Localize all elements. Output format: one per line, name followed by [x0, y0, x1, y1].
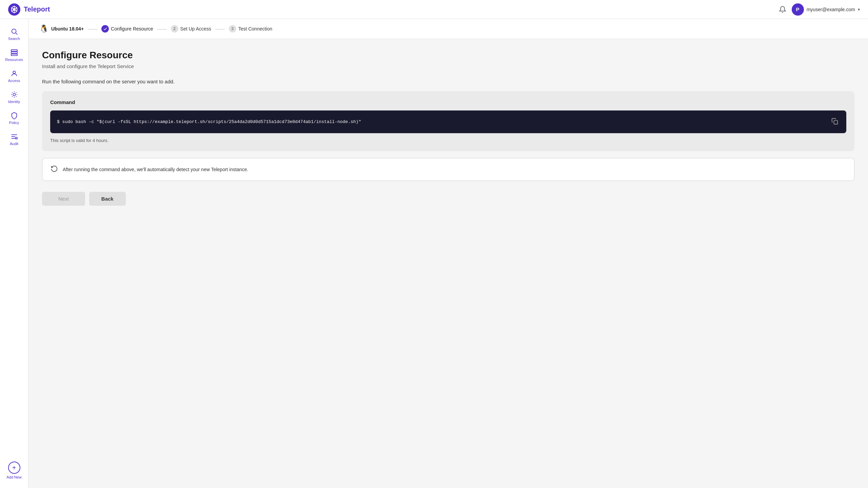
page-title: Configure Resource — [42, 50, 854, 61]
sidebar-item-audit[interactable]: Audit — [2, 129, 26, 149]
sidebar-item-resources-label: Resources — [5, 58, 23, 62]
step-2: 2 Set Up Access — [171, 25, 211, 33]
info-text: After running the command above, we'll a… — [63, 167, 248, 172]
sidebar-item-search[interactable]: Search — [2, 24, 26, 44]
add-new-button[interactable]: + Add New — [2, 458, 26, 483]
separator-1: —— — [88, 26, 97, 32]
svg-rect-4 — [11, 50, 17, 52]
os-name: Ubuntu 18.04+ — [51, 26, 84, 32]
search-icon — [11, 28, 18, 35]
info-notice: After running the command above, we'll a… — [42, 158, 854, 181]
svg-rect-6 — [11, 54, 17, 56]
svg-point-2 — [12, 29, 16, 34]
layout: Search Resources Access Identity Policy — [0, 19, 868, 488]
logo-text: Teleport — [24, 5, 50, 13]
separator-2: —— — [157, 26, 167, 32]
os-icon: 🐧 — [39, 24, 48, 33]
copy-icon — [831, 118, 838, 125]
back-button[interactable]: Back — [89, 192, 126, 206]
sidebar-item-identity[interactable]: Identity — [2, 87, 26, 107]
step-1: Configure Resource — [101, 25, 153, 33]
sidebar-item-policy[interactable]: Policy — [2, 108, 26, 128]
sidebar-item-audit-label: Audit — [10, 142, 18, 146]
step-2-circle: 2 — [171, 25, 178, 33]
sidebar-item-access-label: Access — [8, 79, 20, 83]
svg-point-1 — [13, 8, 16, 11]
svg-point-7 — [13, 71, 15, 74]
command-box-title: Command — [50, 99, 846, 105]
svg-point-12 — [15, 137, 17, 139]
step-3-label: Test Connection — [238, 26, 272, 32]
header-right: P myuser@example.com ▾ — [779, 3, 860, 16]
copy-button[interactable] — [830, 117, 840, 127]
command-box: Command $ sudo bash -c "$(curl -fsSL htt… — [42, 91, 854, 151]
step-1-circle — [101, 25, 109, 33]
command-code-block: $ sudo bash -c "$(curl -fsSL https://exa… — [50, 110, 846, 133]
svg-line-3 — [16, 33, 17, 35]
step-1-label: Configure Resource — [111, 26, 153, 32]
refresh-icon — [51, 165, 58, 172]
identity-icon — [11, 91, 18, 98]
breadcrumb-os: 🐧 Ubuntu 18.04+ — [39, 24, 84, 33]
instruction-text: Run the following command on the server … — [42, 79, 854, 84]
next-button[interactable]: Next — [42, 192, 85, 206]
sidebar-item-access[interactable]: Access — [2, 66, 26, 86]
sidebar-item-identity-label: Identity — [8, 100, 20, 104]
logo-icon — [8, 3, 20, 16]
header: Teleport P myuser@example.com ▾ — [0, 0, 868, 19]
chevron-down-icon: ▾ — [858, 7, 860, 12]
user-info[interactable]: P myuser@example.com ▾ — [792, 3, 860, 16]
page-subtitle: Install and configure the Teleport Servi… — [42, 63, 854, 69]
policy-icon — [11, 112, 18, 119]
script-validity-text: This script is valid for 4 hours. — [50, 138, 846, 143]
step-3-circle: 3 — [229, 25, 236, 33]
step-3: 3 Test Connection — [229, 25, 272, 33]
sidebar-item-policy-label: Policy — [9, 121, 19, 125]
add-new-circle-icon: + — [8, 462, 20, 474]
avatar: P — [792, 3, 804, 16]
sidebar-item-search-label: Search — [8, 37, 20, 41]
svg-point-8 — [13, 93, 15, 96]
svg-rect-13 — [834, 121, 838, 124]
sidebar: Search Resources Access Identity Policy — [0, 19, 28, 488]
step-2-label: Set Up Access — [180, 26, 211, 32]
svg-rect-5 — [11, 52, 17, 54]
access-icon — [11, 70, 18, 77]
command-code: $ sudo bash -c "$(curl -fsSL https://exa… — [57, 119, 825, 124]
add-new-label: Add New — [6, 475, 22, 479]
logo[interactable]: Teleport — [8, 3, 50, 16]
info-icon — [51, 165, 58, 174]
audit-icon — [11, 133, 18, 140]
separator-3: —— — [215, 26, 225, 32]
sidebar-item-resources[interactable]: Resources — [2, 45, 26, 65]
breadcrumb: 🐧 Ubuntu 18.04+ —— Configure Resource ——… — [28, 19, 868, 39]
bell-icon[interactable] — [779, 6, 786, 13]
main-content: 🐧 Ubuntu 18.04+ —— Configure Resource ——… — [28, 19, 868, 488]
action-buttons: Next Back — [42, 192, 854, 206]
page-body: Configure Resource Install and configure… — [28, 39, 868, 217]
resources-icon — [11, 49, 18, 56]
user-email: myuser@example.com — [807, 7, 855, 12]
